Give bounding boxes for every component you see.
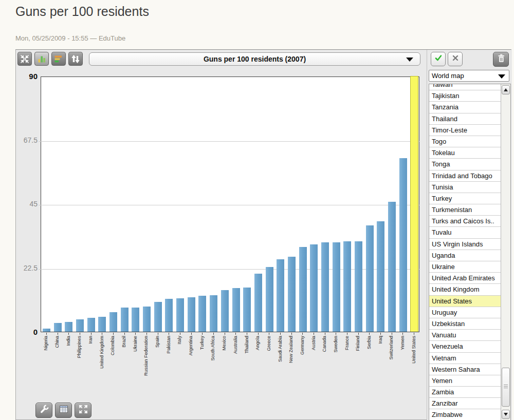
scroll-down-button[interactable] bbox=[502, 410, 510, 419]
chart-title-select[interactable]: Guns per 100 residents (2007) bbox=[89, 52, 420, 66]
bar-brazil[interactable] bbox=[121, 308, 128, 332]
x-tick bbox=[102, 333, 102, 335]
bar-thailand[interactable] bbox=[243, 288, 251, 332]
list-item[interactable]: Uruguay bbox=[429, 307, 501, 318]
list-item[interactable]: Turkmenistan bbox=[429, 204, 501, 216]
vertical-bar-chart-button[interactable] bbox=[34, 52, 49, 66]
x-axis-label: Turkey bbox=[199, 336, 205, 408]
scroll-up-button[interactable] bbox=[502, 85, 510, 94]
list-item[interactable]: Uganda bbox=[429, 250, 501, 261]
list-item[interactable]: Turkey bbox=[429, 193, 501, 204]
list-item[interactable]: Thailand bbox=[429, 113, 501, 125]
horizontal-bar-chart-button[interactable] bbox=[51, 52, 66, 66]
scrollbar-thumb[interactable] bbox=[502, 368, 510, 407]
sort-button[interactable] bbox=[68, 52, 83, 66]
list-item[interactable]: Vanuatu bbox=[429, 330, 501, 341]
list-item[interactable]: Zambia bbox=[429, 387, 501, 398]
bar-philippines[interactable] bbox=[76, 319, 84, 332]
x-tick bbox=[68, 333, 69, 335]
bar-angola[interactable] bbox=[254, 274, 262, 332]
list-item[interactable]: Zanzibar bbox=[429, 398, 501, 409]
bar-italy[interactable] bbox=[176, 298, 184, 332]
bar-united-kingdom[interactable] bbox=[98, 317, 106, 332]
cancel-button[interactable] bbox=[448, 52, 463, 66]
x-axis-label: Switzerland bbox=[389, 336, 394, 408]
bar-greece[interactable] bbox=[266, 267, 273, 332]
bar-finland[interactable] bbox=[355, 241, 362, 332]
bar-mexico[interactable] bbox=[221, 290, 229, 332]
list-item[interactable]: Tuvalu bbox=[429, 227, 501, 238]
horizontal-bars-icon bbox=[53, 54, 64, 64]
x-axis-label: Spain bbox=[155, 336, 160, 408]
bar-india[interactable] bbox=[65, 322, 72, 332]
x-axis-label: Ukraine bbox=[133, 336, 138, 408]
bar-sweden[interactable] bbox=[333, 242, 340, 332]
bar-pakistan[interactable] bbox=[165, 299, 173, 332]
bar-saudi-arabia[interactable] bbox=[277, 259, 284, 332]
bar-yemen[interactable] bbox=[399, 158, 407, 332]
bar-france[interactable] bbox=[343, 241, 351, 332]
bar-nigeria[interactable] bbox=[43, 329, 50, 332]
apply-button[interactable] bbox=[431, 52, 446, 66]
list-item[interactable]: Tajikistan bbox=[429, 90, 501, 102]
x-icon bbox=[451, 53, 460, 65]
list-item[interactable]: Venezuela bbox=[429, 341, 501, 352]
x-axis-label: United Kingdom bbox=[99, 336, 105, 408]
bar-colombia[interactable] bbox=[109, 312, 117, 332]
x-tick bbox=[158, 333, 158, 335]
list-item[interactable]: Tanzania bbox=[429, 102, 501, 113]
bar-russian-federation[interactable] bbox=[143, 307, 151, 332]
y-axis: 022.54567.590 bbox=[16, 77, 39, 332]
list-item[interactable]: Turks and Caicos Is.. bbox=[429, 216, 501, 227]
list-item[interactable]: Yemen bbox=[429, 375, 501, 387]
x-tick bbox=[336, 333, 336, 335]
bar-germany[interactable] bbox=[299, 247, 307, 332]
bar-iraq[interactable] bbox=[377, 221, 384, 332]
x-tick bbox=[414, 333, 414, 335]
list-item[interactable]: Tunisia bbox=[429, 182, 501, 193]
list-item[interactable]: United Arab Emirates bbox=[429, 273, 501, 284]
bar-turkey[interactable] bbox=[198, 296, 206, 332]
x-axis-label: Argentina bbox=[188, 336, 194, 408]
bar-argentina[interactable] bbox=[188, 297, 195, 332]
x-tick bbox=[80, 333, 80, 335]
bar-new-zealand[interactable] bbox=[288, 257, 296, 332]
bar-switzerland[interactable] bbox=[388, 202, 396, 332]
bar-austria[interactable] bbox=[310, 244, 318, 332]
bar-canada[interactable] bbox=[321, 242, 329, 332]
list-item[interactable]: Western Sahara bbox=[429, 364, 501, 375]
y-tick-label: 90 bbox=[16, 72, 38, 81]
bar-serbia[interactable] bbox=[366, 225, 374, 332]
bar-iran[interactable] bbox=[87, 318, 95, 332]
plot-area bbox=[41, 77, 419, 332]
delete-button[interactable] bbox=[493, 52, 509, 67]
country-list-box: TaiwanTajikistanTanzaniaThailandTimor-Le… bbox=[429, 84, 511, 420]
collapse-button[interactable] bbox=[17, 52, 32, 66]
chevron-down-icon bbox=[498, 74, 505, 79]
list-item[interactable]: US Virgin Islands bbox=[429, 239, 501, 250]
bar-south-africa[interactable] bbox=[210, 295, 217, 332]
x-axis-label: Angola bbox=[255, 336, 261, 408]
list-item[interactable]: United Kingdom bbox=[429, 284, 501, 295]
x-tick bbox=[347, 333, 347, 335]
list-item[interactable]: United States bbox=[429, 296, 501, 307]
list-item[interactable]: Togo bbox=[429, 136, 501, 147]
list-item[interactable]: Taiwan bbox=[429, 84, 501, 90]
bar-china[interactable] bbox=[54, 323, 62, 332]
map-select[interactable]: World map bbox=[429, 70, 509, 82]
list-item[interactable]: Uzbekistan bbox=[429, 318, 501, 330]
bar-united-states[interactable] bbox=[410, 76, 418, 332]
x-axis-label: Germany bbox=[300, 336, 305, 408]
list-item[interactable]: Trinidad and Tobago bbox=[429, 170, 501, 182]
list-item[interactable]: Tokelau bbox=[429, 147, 501, 159]
list-item[interactable]: Ukraine bbox=[429, 261, 501, 273]
x-tick bbox=[280, 333, 281, 335]
list-scrollbar[interactable] bbox=[501, 84, 510, 420]
bar-ukraine[interactable] bbox=[132, 308, 139, 332]
list-item[interactable]: Timor-Leste bbox=[429, 125, 501, 136]
bar-australia[interactable] bbox=[232, 288, 240, 332]
list-item[interactable]: Zimbabwe bbox=[429, 409, 501, 420]
bar-spain[interactable] bbox=[154, 302, 162, 332]
list-item[interactable]: Tonga bbox=[429, 159, 501, 170]
list-item[interactable]: Vietnam bbox=[429, 353, 501, 364]
